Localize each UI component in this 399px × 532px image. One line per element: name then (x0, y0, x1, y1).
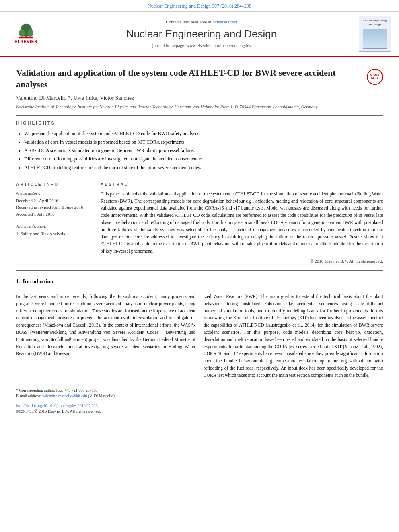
email-note: E-mail address: valentino.marcello@kit.e… (16, 393, 383, 399)
article-history-heading: Article history: (16, 191, 93, 196)
email-suffix: (V. Di Marcello). (88, 394, 116, 398)
highlights-heading: HIGHLIGHTS (16, 120, 383, 126)
elsevier-text: ELSEVIER (14, 39, 37, 45)
abstract-text: This paper is aimed at the validation an… (101, 191, 383, 255)
highlight-item-5: ATHLET-CD modelling features reflect the… (24, 164, 383, 172)
divider-before-intro (16, 270, 383, 271)
contents-text: Contents lists available at (166, 19, 211, 24)
doi-anchor[interactable]: http://dx.doi.org/10.1016/j.nucengdes.20… (16, 403, 98, 408)
intro-section-title: Introduction (23, 278, 53, 286)
divider-after-highlights (16, 176, 383, 176)
main-content: CrossMark Validation and application of … (0, 57, 399, 421)
received-date: Received 21 April 2016 (16, 197, 93, 204)
intro-left-col: In the last years and more recently, fol… (16, 293, 195, 379)
footnote-section: * Corresponding author. Fax: +49 721 608… (16, 384, 383, 399)
journal-center: Contents lists available at ScienceDirec… (48, 19, 355, 49)
cover-image (363, 29, 387, 49)
highlights-section: HIGHLIGHTS We present the application of… (16, 120, 383, 171)
highlight-item-4: Different core reflooding possibilities … (24, 155, 383, 163)
intro-columns: In the last years and more recently, fol… (16, 293, 383, 379)
abstract-col: ABSTRACT This paper is aimed at the vali… (101, 182, 383, 265)
svg-point-2 (19, 29, 25, 37)
article-title-section: CrossMark Validation and application of … (16, 67, 383, 90)
issn-line: 0029-5493/© 2016 Elsevier B.V. All right… (16, 409, 383, 414)
journal-cover-thumbnail: Nuclear Engineering and Design (359, 16, 391, 52)
introduction-section: 1. Introduction In the last years and mo… (16, 278, 383, 379)
doi-link[interactable]: http://dx.doi.org/10.1016/j.nucengdes.20… (16, 403, 383, 409)
intro-title-line: 1. Introduction (16, 278, 383, 289)
svg-point-3 (28, 29, 33, 37)
homepage-url: journal homepage: www.elsevier.com/locat… (48, 43, 355, 49)
sciencedirect-link[interactable]: ScienceDirect (212, 19, 237, 24)
jel-classification-heading: JEL classification: (16, 224, 93, 229)
article-title: Validation and application of the system… (16, 67, 383, 90)
article-info-heading: ARTICLE INFO (16, 182, 93, 187)
copyright-notice: © 2016 Elsevier B.V. All rights reserved… (101, 258, 383, 264)
journal-citation-link[interactable]: Nuclear Engineering and Design 307 (2016… (148, 3, 251, 9)
cover-line2: and Design (368, 23, 381, 27)
journal-header: ELSEVIER Contents lists available at Sci… (0, 12, 399, 57)
highlight-item-2: Validation of core in-vessel models is p… (24, 138, 383, 146)
crossmark-badge-container: CrossMark (367, 69, 383, 85)
crossmark-label: CrossMark (370, 73, 380, 80)
journal-title: Nuclear Engineering and Design (48, 27, 355, 41)
accepted-date: Accepted 1 July 2016 (16, 211, 93, 218)
corresponding-author-note: * Corresponding author. Fax: +49 721 608… (16, 388, 383, 393)
highlights-list: We present the application of the system… (16, 130, 383, 172)
affiliation: Karlsruhe Institute of Technology, Insti… (16, 104, 383, 110)
sciencedirect-line: Contents lists available at ScienceDirec… (48, 19, 355, 25)
email-link[interactable]: valentino.marcello@kit.edu (42, 394, 87, 398)
article-info-col: ARTICLE INFO Article history: Received 2… (16, 182, 93, 265)
authors-line: Valentino Di Marcello *, Uwe Imke, Victo… (16, 94, 383, 102)
footer-links: http://dx.doi.org/10.1016/j.nucengdes.20… (16, 403, 383, 414)
revised-date: Received in revised form 8 June 2016 (16, 204, 93, 211)
article-info-abstract-section: ARTICLE INFO Article history: Received 2… (16, 182, 383, 265)
elsevier-tree-icon (14, 23, 38, 39)
intro-section-number: 1. (16, 278, 21, 286)
highlight-item-3: A SB-LOCA scenario is simulated on a gen… (24, 147, 383, 154)
intro-right-col: ized Water Reactors (PWR). The main goal… (204, 293, 383, 379)
abstract-heading: ABSTRACT (101, 182, 383, 187)
email-label: E-mail address: (16, 394, 41, 398)
divider-after-affiliation (16, 115, 383, 116)
top-bar: Nuclear Engineering and Design 307 (2016… (0, 0, 399, 12)
author-names: Valentino Di Marcello *, Uwe Imke, Victo… (16, 95, 134, 101)
svg-rect-4 (19, 37, 33, 38)
jel-text: 1, Safety and Risk Analysis (16, 230, 93, 237)
cover-line1: Nuclear Engineering (363, 19, 387, 23)
elsevier-logo: ELSEVIER (8, 23, 44, 45)
highlight-item-1: We present the application of the system… (24, 130, 383, 138)
crossmark-badge: CrossMark (367, 69, 383, 85)
